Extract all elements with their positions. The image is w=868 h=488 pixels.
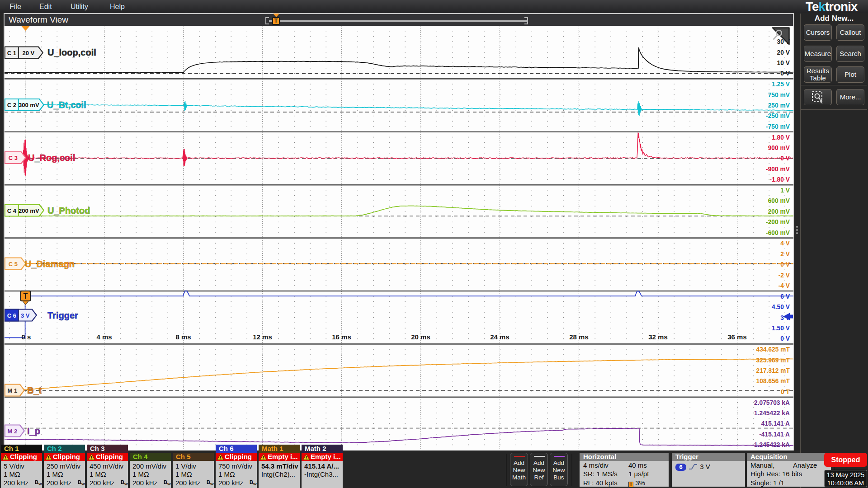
- svg-text:U_Rog,coil: U_Rog,coil: [28, 153, 75, 163]
- svg-text:0 V: 0 V: [780, 261, 790, 268]
- svg-text:0 V: 0 V: [780, 70, 790, 77]
- svg-text:U_Bt,coil: U_Bt,coil: [47, 100, 86, 110]
- svg-text:2 V: 2 V: [780, 251, 790, 258]
- svg-text:900 mV: 900 mV: [768, 145, 790, 151]
- svg-text:-250 mV: -250 mV: [766, 113, 790, 119]
- svg-text:M 2: M 2: [7, 428, 17, 435]
- svg-text:B_t: B_t: [27, 385, 42, 395]
- svg-text:1 V: 1 V: [780, 187, 790, 194]
- svg-text:4 ms: 4 ms: [96, 333, 112, 341]
- svg-text:C 4: C 4: [7, 207, 17, 214]
- svg-text:3 V: 3 V: [21, 312, 30, 319]
- svg-text:-1.245422 kA: -1.245422 kA: [752, 441, 790, 448]
- svg-text:U_Photod: U_Photod: [47, 206, 90, 216]
- svg-text:-750 mV: -750 mV: [766, 123, 790, 130]
- svg-text:24 ms: 24 ms: [490, 333, 509, 341]
- svg-text:600 mV: 600 mV: [768, 197, 790, 204]
- svg-text:I_p: I_p: [27, 426, 40, 436]
- svg-text:36 ms: 36 ms: [727, 333, 747, 341]
- svg-text:20 V: 20 V: [22, 50, 34, 56]
- svg-text:C 3: C 3: [9, 155, 18, 161]
- svg-text:0 T: 0 T: [781, 389, 790, 395]
- svg-text:C 2: C 2: [7, 102, 16, 108]
- svg-text:-600 mV: -600 mV: [766, 230, 790, 236]
- svg-text:28 ms: 28 ms: [569, 333, 589, 341]
- svg-text:8 ms: 8 ms: [175, 333, 191, 341]
- svg-text:750 mV: 750 mV: [768, 92, 790, 99]
- svg-text:U_Diamagn: U_Diamagn: [25, 259, 75, 269]
- svg-text:4.50 V: 4.50 V: [772, 304, 790, 310]
- svg-text:1.245422 kA: 1.245422 kA: [754, 410, 790, 417]
- svg-text:434.625 mT: 434.625 mT: [756, 346, 790, 353]
- svg-text:415.141 A: 415.141 A: [761, 420, 790, 427]
- svg-text:217.312 mT: 217.312 mT: [756, 367, 790, 374]
- svg-text:-4 V: -4 V: [778, 282, 790, 289]
- svg-text:200 mV: 200 mV: [19, 207, 39, 214]
- svg-text:C 1: C 1: [7, 50, 16, 56]
- svg-text:C 5: C 5: [9, 261, 18, 267]
- svg-text:200 mV: 200 mV: [768, 208, 790, 215]
- svg-text:-415.141 A: -415.141 A: [759, 431, 790, 438]
- svg-text:M 1: M 1: [7, 387, 17, 394]
- svg-text:108.656 mT: 108.656 mT: [756, 378, 790, 385]
- svg-text:12 ms: 12 ms: [253, 333, 272, 341]
- svg-text:6 V: 6 V: [780, 293, 790, 300]
- svg-text:1.25 V: 1.25 V: [772, 81, 790, 88]
- svg-text:4 V: 4 V: [780, 240, 790, 247]
- svg-text:0 s: 0 s: [22, 333, 31, 341]
- svg-text:300 mV: 300 mV: [19, 102, 39, 108]
- svg-text:2.075703 kA: 2.075703 kA: [754, 399, 790, 406]
- svg-text:U_loop,coil: U_loop,coil: [47, 47, 96, 57]
- svg-text:250 mV: 250 mV: [768, 102, 790, 109]
- svg-text:0 V: 0 V: [780, 155, 790, 162]
- svg-text:20 V: 20 V: [777, 49, 790, 56]
- svg-text:C 6: C 6: [7, 312, 16, 319]
- svg-text:0 V: 0 V: [780, 335, 790, 342]
- svg-text:1.80 V: 1.80 V: [772, 134, 790, 141]
- svg-text:10 V: 10 V: [777, 60, 790, 66]
- svg-text:-200 mV: -200 mV: [766, 219, 790, 225]
- svg-text:-2 V: -2 V: [778, 272, 790, 279]
- svg-text:16 ms: 16 ms: [332, 333, 351, 341]
- svg-text:T: T: [24, 292, 28, 300]
- svg-text:Trigger: Trigger: [47, 310, 78, 320]
- svg-text:-1.80 V: -1.80 V: [770, 176, 790, 183]
- svg-text:1.50 V: 1.50 V: [772, 325, 790, 332]
- svg-text:325.969 mT: 325.969 mT: [756, 357, 790, 364]
- svg-text:32 ms: 32 ms: [648, 333, 668, 341]
- svg-text:-900 mV: -900 mV: [766, 166, 790, 173]
- svg-text:20 ms: 20 ms: [411, 333, 430, 341]
